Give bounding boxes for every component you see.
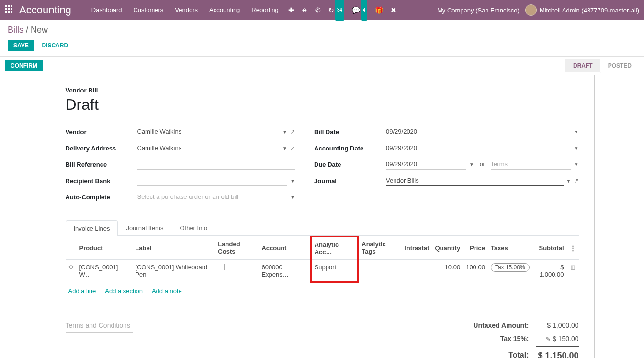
- duedate-field[interactable]: [386, 159, 466, 170]
- cell-label[interactable]: [CONS_0001] Whiteboard Pen: [132, 260, 215, 282]
- col-label[interactable]: Label: [132, 237, 215, 260]
- acctdate-field[interactable]: [386, 143, 571, 153]
- col-account[interactable]: Account: [259, 237, 311, 260]
- cell-price[interactable]: 100.00: [463, 260, 488, 282]
- cell-account[interactable]: 600000 Expens…: [259, 260, 311, 282]
- autocomplete-field[interactable]: [137, 192, 288, 202]
- columns-menu-icon[interactable]: ⋮: [570, 244, 576, 252]
- plus-icon[interactable]: ✚: [284, 0, 298, 20]
- recipbank-field[interactable]: [137, 175, 288, 186]
- col-subtotal[interactable]: Subtotal: [532, 237, 567, 260]
- control-panel: Bills / New Save Discard: [0, 20, 644, 57]
- journal-field[interactable]: [386, 175, 564, 186]
- total-label: Total:: [459, 351, 529, 358]
- landed-checkbox[interactable]: [218, 264, 225, 270]
- phone-icon[interactable]: ✆: [311, 0, 325, 20]
- add-section-link[interactable]: Add a section: [105, 288, 143, 295]
- journal-label: Journal: [314, 177, 386, 185]
- top-nav: Accounting Dashboard Customers Vendors A…: [0, 0, 644, 20]
- col-quantity[interactable]: Quantity: [432, 237, 463, 260]
- clock-icon[interactable]: ↻34: [325, 0, 348, 21]
- avatar-icon: [525, 4, 537, 16]
- col-taxes[interactable]: Taxes: [488, 237, 532, 260]
- status-draft[interactable]: Draft: [565, 59, 600, 72]
- app-brand[interactable]: Accounting: [19, 4, 71, 16]
- terms-field[interactable]: [491, 159, 571, 170]
- untaxed-value: $ 1,000.00: [536, 322, 579, 329]
- discard-button[interactable]: Discard: [36, 40, 74, 51]
- company-switcher[interactable]: My Company (San Francisco): [437, 7, 520, 14]
- tax-label: Tax 15%:: [459, 335, 529, 343]
- chevron-down-icon[interactable]: ▼: [469, 162, 474, 167]
- col-product[interactable]: Product: [77, 237, 133, 260]
- chevron-down-icon[interactable]: ▼: [566, 178, 571, 184]
- vendor-label: Vendor: [66, 128, 137, 136]
- tabs: Invoice Lines Journal Items Other Info: [66, 220, 579, 236]
- chevron-down-icon[interactable]: ▼: [282, 146, 287, 151]
- cell-analytic-account[interactable]: Support: [311, 260, 358, 282]
- cell-quantity[interactable]: 10.00: [432, 260, 463, 282]
- chevron-down-icon[interactable]: ▼: [574, 162, 579, 167]
- tab-journal-items[interactable]: Journal Items: [118, 220, 171, 235]
- confirm-button[interactable]: Confirm: [5, 60, 43, 71]
- delivery-field[interactable]: [137, 143, 280, 153]
- form-sheet: Vendor Bill Draft Vendor ▼ ↗ Delivery Ad…: [50, 75, 595, 358]
- chevron-down-icon[interactable]: ▼: [574, 146, 579, 151]
- nav-accounting[interactable]: Accounting: [203, 0, 246, 20]
- chevron-down-icon[interactable]: ▼: [290, 178, 295, 184]
- tab-other-info[interactable]: Other Info: [171, 220, 215, 235]
- cell-intrastat[interactable]: [402, 260, 432, 282]
- apps-icon[interactable]: [5, 5, 12, 15]
- external-link-icon[interactable]: ↗: [290, 145, 295, 151]
- col-analytic-tags[interactable]: Analytic Tags: [358, 237, 402, 260]
- breadcrumb-current: New: [31, 25, 48, 35]
- user-menu[interactable]: Mitchell Admin (4377709-master-all): [525, 4, 639, 16]
- external-link-icon[interactable]: ↗: [574, 177, 579, 184]
- table-row[interactable]: ✥ [CONS_0001] W… [CONS_0001] Whiteboard …: [66, 260, 579, 282]
- svg-rect-4: [8, 8, 10, 10]
- user-name: Mitchell Admin (4377709-master-all): [540, 7, 639, 14]
- add-line-link[interactable]: Add a line: [68, 288, 96, 295]
- breadcrumb-root[interactable]: Bills: [8, 25, 23, 35]
- nav-customers[interactable]: Customers: [127, 0, 169, 20]
- drag-handle-icon[interactable]: ✥: [68, 264, 74, 271]
- save-button[interactable]: Save: [8, 40, 34, 51]
- tab-invoice-lines[interactable]: Invoice Lines: [66, 220, 118, 236]
- nav-vendors[interactable]: Vendors: [169, 0, 203, 20]
- nav-reporting[interactable]: Reporting: [246, 0, 284, 20]
- add-note-link[interactable]: Add a note: [152, 288, 182, 295]
- form-type-label: Vendor Bill: [66, 87, 579, 94]
- status-posted[interactable]: Posted: [600, 59, 639, 72]
- nav-dashboard[interactable]: Dashboard: [86, 0, 128, 20]
- svg-rect-5: [11, 8, 12, 10]
- tools-icon[interactable]: ✖: [387, 0, 400, 20]
- chevron-down-icon[interactable]: ▼: [290, 195, 295, 200]
- gift-icon[interactable]: 🎁: [371, 0, 387, 20]
- chat-icon[interactable]: 💬4: [348, 0, 372, 21]
- nav-links: Dashboard Customers Vendors Accounting R…: [86, 0, 284, 20]
- totals-box: Untaxed Amount: $ 1,000.00 Tax 15%: ✎$ 1…: [459, 319, 579, 358]
- autocomplete-label: Auto-Complete: [66, 194, 137, 201]
- delete-row-icon[interactable]: 🗑: [570, 264, 576, 271]
- bug-icon[interactable]: ⋇: [298, 0, 311, 20]
- chevron-down-icon[interactable]: ▼: [282, 129, 287, 135]
- col-analytic-account[interactable]: Analytic Acc…: [311, 237, 358, 260]
- terms-conditions-input[interactable]: Terms and Conditions: [66, 319, 133, 333]
- cell-analytic-tags[interactable]: [358, 260, 402, 282]
- col-price[interactable]: Price: [463, 237, 488, 260]
- chevron-down-icon[interactable]: ▼: [574, 129, 579, 135]
- col-intrastat[interactable]: Intrastat: [402, 237, 432, 260]
- tax-tag[interactable]: Tax 15.00%: [491, 263, 530, 272]
- svg-rect-1: [8, 5, 10, 7]
- billdate-field[interactable]: [386, 127, 571, 137]
- vendor-field[interactable]: [137, 127, 280, 137]
- edit-tax-icon[interactable]: ✎: [546, 336, 551, 343]
- cell-product[interactable]: [CONS_0001] W…: [77, 260, 133, 282]
- svg-rect-2: [11, 5, 12, 7]
- svg-rect-0: [5, 5, 7, 7]
- delivery-label: Delivery Address: [66, 145, 137, 152]
- col-landed[interactable]: Landed Costs: [215, 237, 259, 260]
- external-link-icon[interactable]: ↗: [290, 128, 295, 135]
- billref-field[interactable]: [137, 159, 295, 170]
- total-value: $ 1,150.00: [536, 351, 579, 358]
